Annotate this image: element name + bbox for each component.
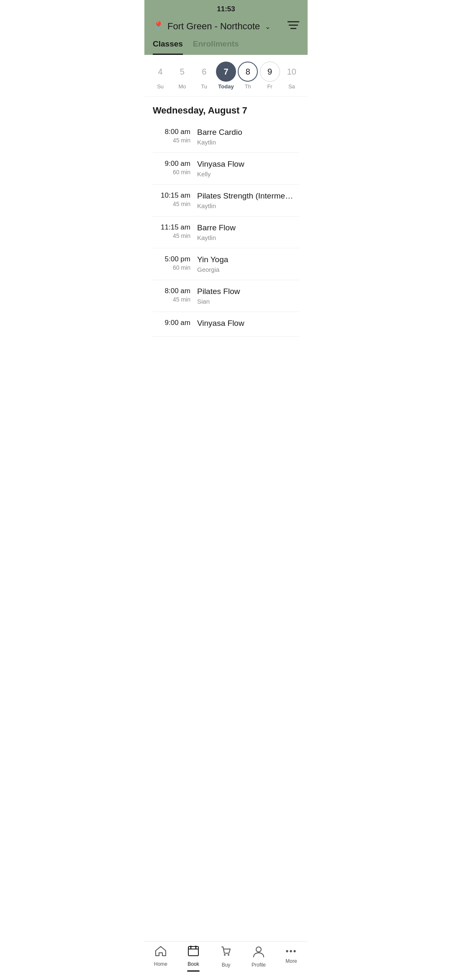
- date-label-today: Today: [218, 83, 234, 90]
- class-time-2: 9:00 am 60 min: [153, 160, 190, 175]
- class-time-7: 9:00 am: [153, 319, 190, 328]
- location-selector[interactable]: 📍 Fort Green - Northcote ⌄: [153, 21, 270, 32]
- class-time-5: 5:00 pm 60 min: [153, 255, 190, 271]
- tab-classes[interactable]: Classes: [153, 39, 183, 55]
- class-item-barre-cardio[interactable]: 8:00 am 45 min Barre Cardio Kaytlin: [153, 121, 299, 153]
- date-label-sun: Su: [157, 83, 164, 90]
- class-time-4: 11:15 am 45 min: [153, 223, 190, 239]
- class-item-pilates-strength[interactable]: 10:15 am 45 min Pilates Strength (Interm…: [153, 185, 299, 217]
- date-item-tue[interactable]: 6 Tu: [194, 62, 214, 90]
- date-selector: 4 Su 5 Mo 6 Tu 7 Today 8 Th 9 Fr 10 Sa: [144, 55, 308, 97]
- date-label-sat: Sa: [288, 83, 295, 90]
- tab-enrollments[interactable]: Enrollments: [193, 39, 239, 55]
- class-info-2: Vinyasa Flow Kelly: [197, 160, 299, 178]
- class-time-6: 8:00 am 45 min: [153, 287, 190, 303]
- date-circle-9: 9: [260, 62, 280, 82]
- date-circle-10: 10: [282, 62, 302, 82]
- date-item-fri[interactable]: 9 Fr: [260, 62, 280, 90]
- class-item-vinyasa-flow-1[interactable]: 9:00 am 60 min Vinyasa Flow Kelly: [153, 153, 299, 185]
- class-item-yin-yoga[interactable]: 5:00 pm 60 min Yin Yoga Georgia: [153, 248, 299, 280]
- class-info-4: Barre Flow Kaytlin: [197, 223, 299, 241]
- class-info-5: Yin Yoga Georgia: [197, 255, 299, 273]
- date-label-thu: Th: [245, 83, 251, 90]
- location-pin-icon: 📍: [153, 21, 164, 32]
- class-item-barre-flow[interactable]: 11:15 am 45 min Barre Flow Kaytlin: [153, 217, 299, 248]
- header: 📍 Fort Green - Northcote ⌄ Classes Enrol…: [144, 16, 308, 55]
- date-circle-7: 7: [216, 62, 236, 82]
- status-bar: 11:53: [144, 0, 308, 16]
- chevron-down-icon: ⌄: [265, 23, 270, 31]
- date-item-today[interactable]: 7 Today: [216, 62, 236, 90]
- date-item-thu[interactable]: 8 Th: [238, 62, 258, 90]
- date-label-fri: Fr: [267, 83, 272, 90]
- date-circle-8: 8: [238, 62, 258, 82]
- class-time-3: 10:15 am 45 min: [153, 191, 190, 207]
- date-label-mon: Mo: [178, 83, 186, 90]
- date-label-tue: Tu: [201, 83, 207, 90]
- date-circle-6: 6: [194, 62, 214, 82]
- date-circle-4: 4: [150, 62, 170, 82]
- class-info-3: Pilates Strength (Interme… Kaytlin: [197, 191, 299, 209]
- class-info-1: Barre Cardio Kaytlin: [197, 128, 299, 146]
- class-item-vinyasa-flow-2[interactable]: 9:00 am Vinyasa Flow: [153, 312, 299, 337]
- status-time: 11:53: [217, 5, 235, 13]
- class-time-1: 8:00 am 45 min: [153, 128, 190, 144]
- date-item-sun[interactable]: 4 Su: [150, 62, 170, 90]
- date-item-mon[interactable]: 5 Mo: [172, 62, 192, 90]
- date-circle-5: 5: [172, 62, 192, 82]
- tabs-row: Classes Enrollments: [153, 39, 299, 55]
- filter-icon[interactable]: [288, 20, 299, 33]
- location-name: Fort Green - Northcote: [167, 21, 260, 32]
- class-item-pilates-flow[interactable]: 8:00 am 45 min Pilates Flow Sian: [153, 280, 299, 312]
- date-item-sat[interactable]: 10 Sa: [282, 62, 302, 90]
- content-area: Wednesday, August 7 8:00 am 45 min Barre…: [144, 97, 308, 379]
- section-date-title: Wednesday, August 7: [144, 97, 308, 121]
- class-info-6: Pilates Flow Sian: [197, 287, 299, 305]
- class-info-7: Vinyasa Flow: [197, 319, 299, 330]
- class-list: 8:00 am 45 min Barre Cardio Kaytlin 9:00…: [144, 121, 308, 337]
